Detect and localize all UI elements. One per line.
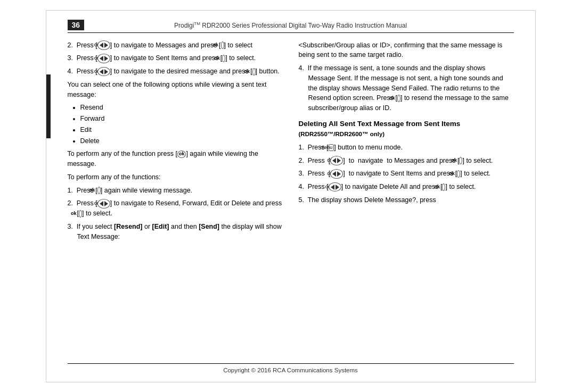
sidebar-marker [46, 74, 51, 138]
menu-button: menu [329, 144, 334, 152]
page: 36 ProdigiTM RDR2000 Series Professional… [46, 10, 536, 382]
list-item: Resend [80, 103, 283, 113]
ok-button: ok [177, 151, 186, 158]
nav-button: or [97, 40, 110, 50]
ok-button: ok [397, 95, 400, 102]
ok-button: ok [457, 170, 460, 178]
right-step-4: 4. If the message is sent, a tone sounds… [299, 63, 514, 113]
ok-button: ok [252, 68, 256, 76]
bullet-list: Resend Forward Edit Delete [68, 103, 283, 146]
main-content: 2. Press [or] to navigate to Messages an… [68, 40, 514, 245]
nav-button: or [330, 169, 343, 179]
d-step-1: 1. Press [menu] button to menu mode. [299, 143, 514, 153]
list-item: Forward [80, 114, 283, 124]
step-2: 2. Press [or] to navigate to Messages an… [68, 40, 283, 51]
sub-step-2: 2. Press [or] to navigate to Resend, For… [68, 198, 283, 219]
list-item: Delete [80, 136, 283, 146]
d-step-4: 4. Press [or] to navigate Delete All and… [299, 182, 514, 192]
header-title: ProdigiTM RDR2000 Series Professional Di… [174, 21, 407, 29]
footer-text: Copyright © 2016 RCA Communications Syst… [223, 367, 358, 373]
list-item: Edit [80, 125, 283, 135]
deleting-section: Deleting All Sent Text Message from Sent… [299, 119, 514, 139]
right-column: <Subscriber/Group alias or ID>, confirmi… [299, 40, 514, 245]
step-3: 3. Press [or] to navigate to Sent Items … [68, 53, 283, 63]
nav-button: or [97, 67, 110, 77]
select-text: You can select one of the following opti… [68, 80, 283, 100]
nav-button: or [97, 199, 110, 208]
right-intro-text: <Subscriber/Group alias or ID>, confirmi… [299, 40, 514, 61]
page-number: 36 [68, 20, 85, 30]
d-step-2: 2. Press [or] to navigate to Messages an… [299, 156, 514, 166]
perform-functions-heading: To perform any of the functions: [68, 172, 283, 182]
page-header: 36 ProdigiTM RDR2000 Series Professional… [68, 21, 514, 33]
step-4: 4. Press [or] to navigate to the desired… [68, 66, 283, 77]
deleting-heading: Deleting All Sent Text Message from Sent… [299, 119, 514, 139]
ok-button: ok [442, 184, 445, 191]
d-step-5: 5. The display shows Delete Message?, pr… [299, 195, 514, 205]
perform-text: To perform any of the function press [ok… [68, 149, 283, 169]
sub-step-3: 3. If you select [Resend] or [Edit] and … [68, 222, 283, 242]
nav-button: or [329, 182, 341, 192]
ok-button: ok [97, 187, 101, 194]
footer: Copyright © 2016 RCA Communications Syst… [68, 363, 514, 373]
left-column: 2. Press [or] to navigate to Messages an… [68, 40, 283, 245]
d-step-3: 3. Press [or] to navigate to Sent Items … [299, 169, 514, 179]
ok-button: ok [222, 55, 225, 62]
ok-button: ok [221, 41, 224, 49]
ok-button: ok [79, 210, 82, 218]
nav-button: or [330, 156, 343, 165]
sub-step-1: 1. Press [ok] again while viewing messag… [68, 186, 283, 196]
ok-button: ok [459, 157, 462, 164]
nav-button: or [97, 54, 110, 63]
